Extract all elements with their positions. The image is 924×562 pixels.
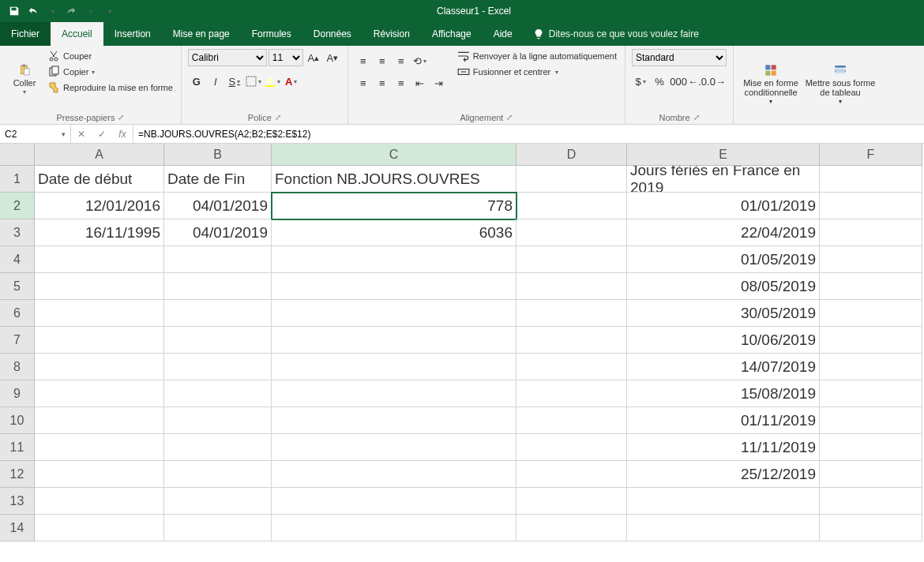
cell-B12[interactable] bbox=[164, 461, 272, 488]
tab-formules[interactable]: Formules bbox=[241, 22, 302, 46]
cell-E14[interactable] bbox=[627, 515, 820, 541]
cell-F12[interactable] bbox=[820, 461, 922, 488]
cell-E10[interactable]: 01/11/2019 bbox=[627, 407, 820, 434]
cell-A11[interactable] bbox=[35, 434, 164, 461]
row-header-5[interactable]: 5 bbox=[0, 273, 35, 300]
cell-B14[interactable] bbox=[164, 515, 272, 541]
conditional-formatting-button[interactable]: Mise en forme conditionnelle▾ bbox=[740, 49, 802, 121]
cut-button[interactable]: Couper bbox=[46, 49, 175, 63]
alignment-launcher[interactable]: ⤢ bbox=[506, 113, 513, 122]
cell-C2[interactable]: 778 bbox=[272, 193, 516, 219]
cell-B4[interactable] bbox=[164, 246, 272, 273]
cell-E4[interactable]: 01/05/2019 bbox=[627, 246, 820, 273]
cell-D3[interactable] bbox=[516, 219, 627, 246]
italic-button[interactable]: I bbox=[207, 73, 224, 90]
row-header-13[interactable]: 13 bbox=[0, 488, 35, 515]
cell-D7[interactable] bbox=[516, 327, 627, 354]
undo-icon[interactable] bbox=[24, 2, 43, 21]
insert-function-button[interactable]: fx bbox=[112, 125, 133, 143]
cell-F1[interactable] bbox=[820, 166, 922, 193]
cell-E11[interactable]: 11/11/2019 bbox=[627, 434, 820, 461]
tab-révision[interactable]: Révision bbox=[362, 22, 421, 46]
row-header-3[interactable]: 3 bbox=[0, 219, 35, 246]
column-header-A[interactable]: A bbox=[35, 144, 164, 166]
row-header-6[interactable]: 6 bbox=[0, 300, 35, 327]
tab-accueil[interactable]: Accueil bbox=[51, 22, 103, 46]
underline-button[interactable]: S bbox=[226, 73, 243, 90]
cell-D10[interactable] bbox=[516, 407, 627, 434]
cell-D11[interactable] bbox=[516, 434, 627, 461]
copy-button[interactable]: Copier▾ bbox=[46, 65, 175, 79]
cell-E9[interactable]: 15/08/2019 bbox=[627, 380, 820, 407]
row-header-14[interactable]: 14 bbox=[0, 515, 35, 541]
cell-F4[interactable] bbox=[820, 246, 922, 273]
font-color-button[interactable]: A bbox=[283, 73, 300, 90]
cell-A12[interactable] bbox=[35, 461, 164, 488]
align-top-button[interactable]: ≡ bbox=[355, 52, 372, 69]
cell-F9[interactable] bbox=[820, 380, 922, 407]
cell-A13[interactable] bbox=[35, 488, 164, 515]
cell-D14[interactable] bbox=[516, 515, 627, 541]
row-header-7[interactable]: 7 bbox=[0, 327, 35, 354]
tab-affichage[interactable]: Affichage bbox=[421, 22, 483, 46]
cell-D5[interactable] bbox=[516, 273, 627, 300]
tab-file[interactable]: Fichier bbox=[0, 22, 51, 46]
column-header-D[interactable]: D bbox=[516, 144, 627, 166]
borders-button[interactable] bbox=[245, 73, 262, 90]
fill-color-button[interactable] bbox=[264, 73, 281, 90]
cell-E1[interactable]: Jours fériés en France en 2019 bbox=[627, 166, 820, 193]
cell-D9[interactable] bbox=[516, 380, 627, 407]
cancel-formula-button[interactable]: ✕ bbox=[71, 125, 92, 143]
format-painter-button[interactable]: Reproduire la mise en forme bbox=[46, 81, 175, 95]
undo-dropdown[interactable] bbox=[43, 2, 62, 21]
paste-button[interactable]: Coller ▾ bbox=[6, 49, 43, 111]
clipboard-launcher[interactable]: ⤢ bbox=[118, 113, 124, 122]
cell-C8[interactable] bbox=[272, 354, 516, 380]
cell-B1[interactable]: Date de Fin bbox=[164, 166, 272, 193]
cell-A1[interactable]: Date de début bbox=[35, 166, 164, 193]
align-bottom-button[interactable]: ≡ bbox=[393, 52, 410, 69]
cell-C7[interactable] bbox=[272, 327, 516, 354]
cell-F3[interactable] bbox=[820, 219, 922, 246]
row-header-2[interactable]: 2 bbox=[0, 193, 35, 219]
name-box[interactable]: ▾ bbox=[0, 125, 71, 143]
percent-format-button[interactable]: % bbox=[651, 73, 668, 90]
cell-C3[interactable]: 6036 bbox=[272, 219, 516, 246]
cell-D12[interactable] bbox=[516, 461, 627, 488]
cell-E6[interactable]: 30/05/2019 bbox=[627, 300, 820, 327]
comma-format-button[interactable]: 000 bbox=[670, 73, 687, 90]
cell-B8[interactable] bbox=[164, 354, 272, 380]
tell-me-search[interactable]: Dites-nous ce que vous voulez faire bbox=[524, 22, 708, 46]
cell-E5[interactable]: 08/05/2019 bbox=[627, 273, 820, 300]
cell-B3[interactable]: 04/01/2019 bbox=[164, 219, 272, 246]
font-size-select[interactable]: 11 bbox=[269, 49, 303, 66]
cell-A4[interactable] bbox=[35, 246, 164, 273]
cell-A8[interactable] bbox=[35, 354, 164, 380]
cell-B7[interactable] bbox=[164, 327, 272, 354]
save-icon[interactable] bbox=[5, 2, 24, 21]
cell-D13[interactable] bbox=[516, 488, 627, 515]
merge-center-button[interactable]: Fusionner et centrer bbox=[456, 65, 618, 79]
accounting-format-button[interactable]: $ bbox=[632, 73, 649, 90]
cell-B6[interactable] bbox=[164, 300, 272, 327]
cell-D8[interactable] bbox=[516, 354, 627, 380]
cell-E3[interactable]: 22/04/2019 bbox=[627, 219, 820, 246]
font-launcher[interactable]: ⤢ bbox=[275, 113, 281, 122]
format-as-table-button[interactable]: Mettre sous forme de tableau▾ bbox=[805, 49, 876, 121]
cell-F10[interactable] bbox=[820, 407, 922, 434]
cell-D6[interactable] bbox=[516, 300, 627, 327]
enter-formula-button[interactable]: ✓ bbox=[92, 125, 112, 143]
cell-B13[interactable] bbox=[164, 488, 272, 515]
cell-C9[interactable] bbox=[272, 380, 516, 407]
column-header-C[interactable]: C bbox=[272, 144, 516, 166]
tab-insertion[interactable]: Insertion bbox=[103, 22, 162, 46]
number-launcher[interactable]: ⤢ bbox=[693, 113, 700, 122]
cell-C13[interactable] bbox=[272, 488, 516, 515]
cell-E13[interactable] bbox=[627, 488, 820, 515]
increase-font-button[interactable]: A▴ bbox=[305, 49, 322, 66]
cell-C5[interactable] bbox=[272, 273, 516, 300]
column-header-F[interactable]: F bbox=[820, 144, 922, 166]
cell-D1[interactable] bbox=[516, 166, 627, 193]
cell-B9[interactable] bbox=[164, 380, 272, 407]
column-header-E[interactable]: E bbox=[627, 144, 820, 166]
